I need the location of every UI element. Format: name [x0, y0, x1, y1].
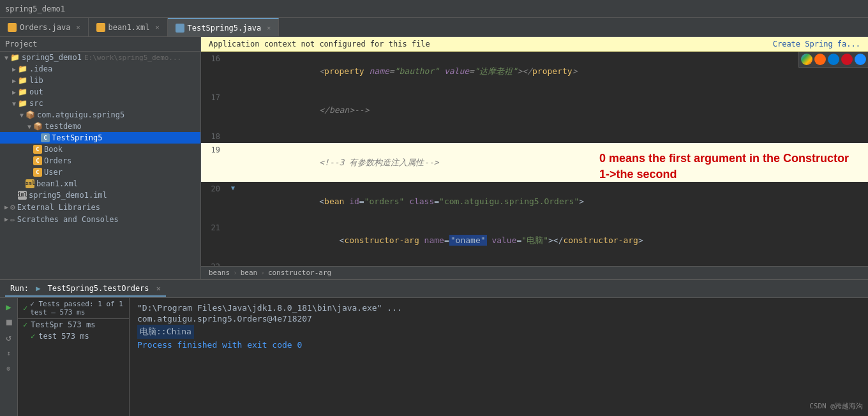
output-line-1: "D:\Program Files\Java\jdk1.8.0_181\bin\…	[137, 303, 860, 313]
tree-item-lib[interactable]: ▶ 📁 lib	[0, 75, 200, 86]
bean1xml-label: bean1.xml	[36, 179, 78, 188]
tree-item-idea[interactable]: ▶ 📁 .idea	[0, 63, 200, 75]
sidebar-header: Project	[0, 37, 200, 52]
bottom-panel: Run: ▶ TestSpring5.testOrders ✕ ▶ ⏹ ↺ ↕ …	[0, 279, 868, 416]
testspring5-label: TestSpring5	[52, 133, 102, 142]
line-num-20: 20	[201, 182, 227, 195]
tab-testspring5-close[interactable]: ✕	[267, 24, 271, 31]
line-content-18	[239, 130, 868, 143]
line-num-16: 16	[201, 52, 227, 65]
lib-label: lib	[29, 76, 43, 85]
out-icon: 📁	[18, 87, 27, 96]
breadcrumb-bean[interactable]: bean	[241, 269, 258, 277]
line-content-21: <constructor-arg name="oname" value="电脑"…	[239, 221, 868, 260]
app-title: spring5_demo1	[5, 4, 65, 13]
tree-item-scratches[interactable]: ▶ ✏ Scratches and Consoles	[0, 213, 200, 225]
tab-bean1-close[interactable]: ✕	[156, 24, 160, 31]
tab-bean1-label: bean1.xml	[108, 23, 150, 32]
test-child-item[interactable]: ✓ test 573 ms	[18, 331, 129, 342]
annotation-box: 0 means the first argument in the Constr…	[599, 151, 849, 182]
bean1xml-icon: xml	[26, 179, 34, 188]
tree-item-testdemo[interactable]: ▼ 📦 testdemo	[0, 121, 200, 132]
arrow-package: ▼	[18, 112, 26, 119]
tab-orders[interactable]: Orders.java ✕	[0, 18, 89, 36]
tree-item-src[interactable]: ▼ 📁 src	[0, 98, 200, 109]
tab-bar: Orders.java ✕ bean1.xml ✕ TestSpring5.ja…	[0, 18, 868, 37]
chrome-icon[interactable]	[801, 54, 812, 65]
tree-item-bean1xml[interactable]: xml bean1.xml	[0, 178, 200, 189]
line-content-16: <property name="bauthor" value="达摩老祖"></…	[239, 52, 868, 91]
tree-item-project[interactable]: ▼ 📁 spring5_demo1 E:\work\spring5_demo..…	[0, 52, 200, 63]
code-line-22: 22 <constructor-arg name="address" value…	[201, 260, 868, 266]
tree-item-orders[interactable]: C Orders	[0, 155, 200, 167]
close-run-icon[interactable]: ✕	[156, 284, 161, 293]
tab-testspring5[interactable]: TestSpring5.java ✕	[168, 18, 280, 36]
tree-item-user[interactable]: C User	[0, 167, 200, 178]
tab-bean1[interactable]: bean1.xml ✕	[89, 18, 168, 36]
code-span: </bean>-->	[299, 105, 370, 115]
filter-button[interactable]: ⚙	[3, 362, 15, 375]
orders-icon: C	[33, 156, 42, 165]
book-icon: C	[33, 145, 42, 154]
run-icon: ▶	[36, 284, 40, 293]
arrow-idea: ▶	[10, 66, 18, 73]
tree-item-external[interactable]: ▶ ⚙ External Libraries	[0, 201, 200, 213]
opera-icon[interactable]	[841, 54, 853, 65]
line-content-22: <constructor-arg name="address" value="C…	[239, 260, 868, 266]
user-icon: C	[33, 168, 42, 177]
package-label: com.atguigu.spring5	[37, 110, 124, 119]
tree-item-package[interactable]: ▼ 📦 com.atguigu.spring5	[0, 109, 200, 121]
firefox-icon[interactable]	[814, 54, 826, 65]
arrow-scratches: ▶	[3, 216, 10, 223]
play-button[interactable]: ▶	[3, 301, 15, 313]
output-line-2: com.atguigu.spring5.Orders@4e718207	[137, 314, 860, 323]
fold-icon-20[interactable]: ▼	[231, 182, 235, 195]
iml-icon: iml	[18, 191, 27, 200]
breadcrumb: beans › bean › constructor-arg	[201, 266, 868, 279]
test-root-label: TestSpr 573 ms	[31, 320, 95, 329]
tree-item-book[interactable]: C Book	[0, 144, 200, 155]
code-line-20: 20 ▼ <bean id="orders" class="com.atguig…	[201, 182, 868, 221]
code-span: <property name="bauthor" value="达摩老祖"></…	[299, 66, 578, 76]
orders-label: Orders	[44, 156, 71, 165]
line-num-19: 19	[201, 143, 227, 156]
arrow-lib: ▶	[10, 77, 18, 84]
lib-icon: 📁	[18, 76, 27, 85]
safari-icon[interactable]	[855, 54, 866, 65]
testdemo-icon: 📦	[33, 122, 43, 131]
tree-item-iml[interactable]: iml spring5_demo1.iml	[0, 189, 200, 201]
src-label: src	[29, 99, 43, 108]
tree-item-testspring5[interactable]: C TestSpring5	[0, 132, 200, 144]
sort-button[interactable]: ↕	[3, 346, 15, 359]
stop-button[interactable]: ⏹	[3, 316, 15, 329]
run-label: Run:	[10, 284, 29, 293]
book-label: Book	[44, 145, 63, 154]
check-icon-child: ✓	[31, 332, 35, 341]
rerun-button[interactable]: ↺	[3, 331, 15, 344]
edge-icon[interactable]	[828, 54, 839, 65]
code-editor[interactable]: 16 <property name="bauthor" value="达摩老祖"…	[201, 52, 868, 266]
breadcrumb-beans[interactable]: beans	[209, 269, 230, 277]
breadcrumb-constructor-arg[interactable]: constructor-arg	[268, 269, 331, 277]
arrow-project: ▼	[3, 54, 10, 61]
code-line-21: 21 <constructor-arg name="oname" value="…	[201, 221, 868, 260]
annotation-line1: 0 means the first argument in the Constr…	[599, 151, 849, 167]
create-spring-link[interactable]: Create Spring fa...	[773, 40, 860, 48]
tree-item-out[interactable]: ▶ 📁 out	[0, 86, 200, 98]
project-label: spring5_demo1	[22, 53, 82, 62]
iml-label: spring5_demo1.iml	[29, 191, 107, 200]
run-tab[interactable]: Run: ▶ TestSpring5.testOrders ✕	[5, 281, 166, 297]
testspring5-icon: C	[41, 133, 50, 142]
browser-icons	[798, 52, 868, 68]
tab-orders-close[interactable]: ✕	[76, 24, 80, 31]
project-path: E:\work\spring5_demo...	[84, 54, 181, 62]
user-label: User	[44, 168, 63, 177]
code-line-17: 17 </bean>-->	[201, 91, 868, 130]
bean1-file-icon	[96, 23, 105, 32]
scratches-label: Scratches and Consoles	[17, 215, 119, 224]
main-area: Project ▼ 📁 spring5_demo1 E:\work\spring…	[0, 37, 868, 279]
watermark: CSDN @跨越海沟	[809, 401, 863, 411]
test-root-item[interactable]: ✓ TestSpr 573 ms	[18, 319, 129, 331]
output-highlighted-text: 电脑::China	[137, 325, 194, 339]
warning-bar: Application context not configured for t…	[201, 37, 868, 52]
